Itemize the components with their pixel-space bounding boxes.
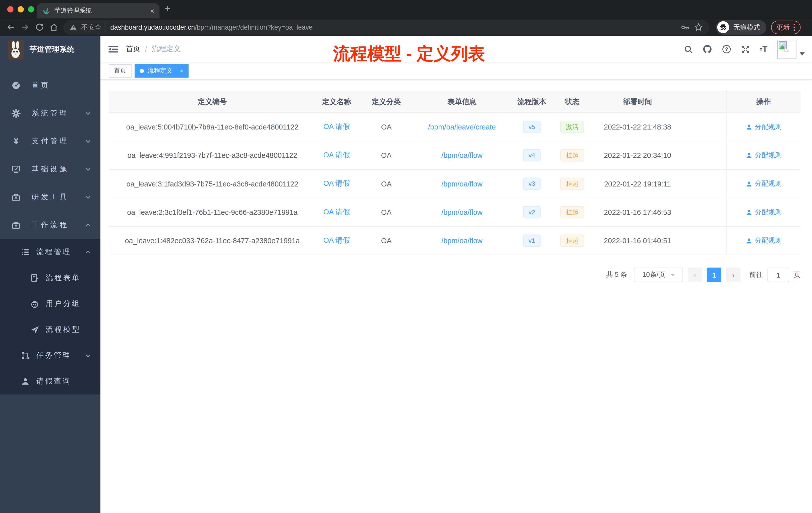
form-doc-icon <box>30 273 39 282</box>
tag-home[interactable]: 首页 <box>109 64 132 78</box>
browser-update-button[interactable]: 更新 <box>771 20 801 34</box>
font-size-icon[interactable]: тT <box>759 44 767 54</box>
maximize-window-button[interactable] <box>28 6 34 12</box>
definition-name-link[interactable]: OA 请假 <box>323 179 350 187</box>
help-icon[interactable]: ? <box>722 44 731 54</box>
robot-icon <box>30 299 39 308</box>
page-size-select[interactable]: 10条/页 <box>634 268 683 282</box>
security-label: 不安全 <box>81 23 102 32</box>
close-window-button[interactable] <box>7 6 13 12</box>
active-tag-dot <box>140 68 144 73</box>
column-header: 状态 <box>555 97 589 107</box>
form-link[interactable]: /bpm/oa/flow <box>441 151 483 159</box>
svg-text:?: ? <box>725 46 728 52</box>
sidebar-item-label: 流程管理 <box>36 247 71 257</box>
tab-close-icon[interactable]: × <box>150 7 154 14</box>
sidebar-item-payment[interactable]: ¥ 支付管理 <box>0 127 100 155</box>
list-icon <box>21 247 30 257</box>
goto-label: 前往 <box>749 270 763 280</box>
page-unit-label: 页 <box>794 270 801 280</box>
user-avatar[interactable] <box>777 40 805 59</box>
tab-title: 芋道管理系统 <box>55 6 146 15</box>
goto-page-input[interactable]: 1 <box>767 268 789 282</box>
monitor-icon <box>11 164 21 174</box>
sidebar-item-label: 任务管理 <box>36 351 71 360</box>
sidebar-item-label: 用户分组 <box>46 299 81 308</box>
table-row: oa_leave:3:1fad3d93-7b75-11ec-a3c8-acde4… <box>109 170 801 198</box>
sidebar-item-label: 基础设施 <box>32 164 69 174</box>
sidebar-collapse-icon[interactable] <box>100 36 126 62</box>
page-number-current[interactable]: 1 <box>707 268 721 282</box>
definition-name-link[interactable]: OA 请假 <box>323 208 350 216</box>
sidebar-item-process-management[interactable]: 流程管理 <box>0 239 100 265</box>
navbar-actions: ? тT <box>684 40 812 59</box>
sidebar-item-home[interactable]: 首页 <box>0 71 100 99</box>
form-link[interactable]: /bpm/oa/flow <box>441 180 483 188</box>
sidebar-item-user-group[interactable]: 用户分组 <box>0 291 100 317</box>
window-controls <box>7 6 34 12</box>
github-icon[interactable] <box>702 44 712 54</box>
assign-rule-link[interactable]: 分配规则 <box>746 208 782 217</box>
gear-icon <box>11 109 21 118</box>
password-key-icon[interactable] <box>680 23 690 32</box>
sidebar-item-process-form[interactable]: 流程表单 <box>0 265 100 291</box>
new-tab-button[interactable]: + <box>165 3 171 14</box>
form-link[interactable]: /bpm/oa/leave/create <box>428 123 496 131</box>
version-badge: v4 <box>523 149 541 162</box>
status-badge: 挂起 <box>560 149 584 162</box>
sidebar: 芋道管理系统 首页 系统管理 ¥ <box>0 36 100 513</box>
minimize-window-button[interactable] <box>18 6 24 12</box>
form-link[interactable]: /bpm/oa/flow <box>441 237 483 245</box>
prev-page-button[interactable]: ‹ <box>688 268 702 282</box>
column-header: 定义编号 <box>109 97 316 107</box>
definition-name-link[interactable]: OA 请假 <box>323 122 350 130</box>
next-page-button[interactable]: › <box>726 268 741 282</box>
assign-rule-link[interactable]: 分配规则 <box>746 179 782 188</box>
assign-rule-link[interactable]: 分配规则 <box>746 122 782 131</box>
app-navbar: 首页 / 流程定义 流程模型 - 定义列表 ? <box>100 36 812 62</box>
bookmark-star-icon[interactable] <box>694 23 703 32</box>
sidebar-item-workflow[interactable]: 工作流程 <box>0 211 100 239</box>
assign-rule-label: 分配规则 <box>755 179 782 188</box>
pagination-total: 共 5 条 <box>606 270 627 280</box>
sidebar-item-task-management[interactable]: 任务管理 <box>0 342 100 368</box>
page-content: 定义编号 定义名称 定义分类 表单信息 流程版本 状态 部署时间 操作 oa_l… <box>100 80 812 513</box>
user-icon <box>746 152 752 159</box>
chevron-down-icon <box>85 110 91 117</box>
sidebar-item-system[interactable]: 系统管理 <box>0 99 100 127</box>
sidebar-item-infrastructure[interactable]: 基础设施 <box>0 155 100 183</box>
incognito-label: 无痕模式 <box>733 23 760 32</box>
definition-name-link[interactable]: OA 请假 <box>323 151 350 159</box>
security-warning-icon <box>69 24 77 31</box>
sidebar-item-process-model[interactable]: 流程模型 <box>0 317 100 342</box>
assign-rule-link[interactable]: 分配规则 <box>746 151 782 160</box>
sidebar-item-label: 支付管理 <box>32 137 69 146</box>
assign-rule-link[interactable]: 分配规则 <box>746 236 782 245</box>
table-row: oa_leave:2:3c1f0ef1-76b1-11ec-9c66-a2380… <box>109 198 801 227</box>
version-badge: v2 <box>523 206 541 219</box>
address-bar[interactable]: 不安全 dashboard.yudao.iocoder.cn/bpm/manag… <box>63 20 709 34</box>
version-badge: v3 <box>523 177 541 190</box>
app-logo-row[interactable]: 芋道管理系统 <box>0 36 100 63</box>
fullscreen-icon[interactable] <box>741 45 750 54</box>
sidebar-item-label: 流程模型 <box>46 325 81 334</box>
search-icon[interactable] <box>684 45 693 54</box>
browser-tab[interactable]: 芋道管理系统 × <box>37 3 160 18</box>
tag-close-icon[interactable]: × <box>180 67 183 74</box>
forward-button[interactable] <box>18 20 32 34</box>
form-link[interactable]: /bpm/oa/flow <box>441 208 483 216</box>
breadcrumb-home[interactable]: 首页 <box>126 44 140 54</box>
table-row: oa_leave:5:004b710b-7b8a-11ec-8ef0-acde4… <box>109 113 801 141</box>
definition-id: oa_leave:2:3c1f0ef1-76b1-11ec-9c66-a2380… <box>109 208 316 216</box>
pagination: 共 5 条 10条/页 ‹ 1 › 前往 1 页 <box>109 268 801 282</box>
sidebar-item-dev-tools[interactable]: 研发工具 <box>0 183 100 211</box>
app-logo-avatar <box>8 40 24 59</box>
sidebar-item-leave-query[interactable]: 请假查询 <box>0 369 100 395</box>
url-host: dashboard.yudao.iocoder.cn <box>110 23 195 31</box>
url-path: /bpm/manager/definition?key=oa_leave <box>195 23 313 31</box>
reload-button[interactable] <box>32 20 47 34</box>
home-button[interactable] <box>47 20 61 34</box>
back-button[interactable] <box>3 20 18 34</box>
definition-name-link[interactable]: OA 请假 <box>323 236 350 244</box>
tag-process-definition[interactable]: 流程定义 × <box>135 64 188 78</box>
